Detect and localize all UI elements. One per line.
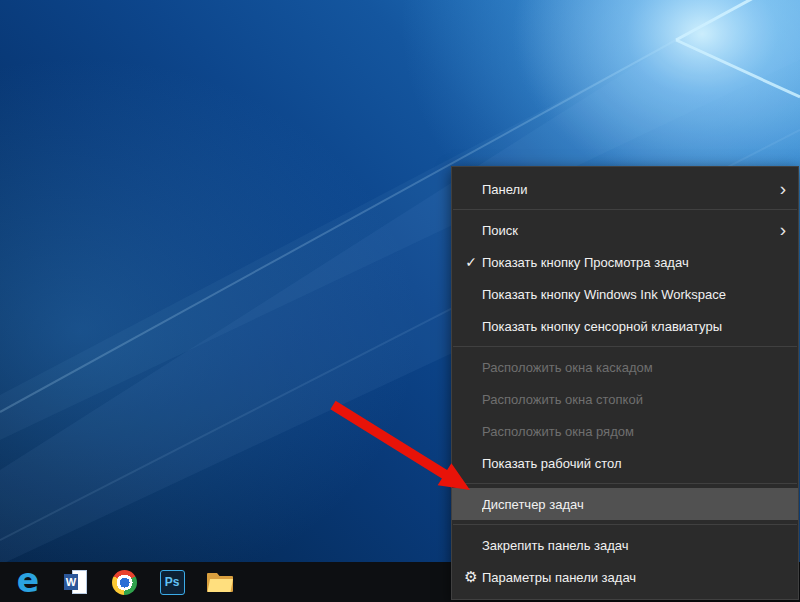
menu-item-show-desktop[interactable]: Показать рабочий стол: [452, 447, 798, 479]
menu-item-cascade-windows: Расположить окна каскадом: [452, 351, 798, 383]
menu-item-label: Расположить окна рядом: [482, 424, 768, 439]
taskbar-context-menu: Панели › Поиск › ✓ Показать кнопку Просм…: [451, 166, 799, 600]
taskbar-word-button[interactable]: W: [52, 562, 100, 602]
menu-item-label: Поиск: [482, 223, 768, 238]
word-icon: W: [63, 569, 89, 595]
menu-item-taskbar-settings[interactable]: ⚙ Параметры панели задач: [452, 561, 798, 593]
photoshop-icon: Ps: [160, 570, 185, 595]
menu-item-label: Показать кнопку сенсорной клавиатуры: [482, 319, 768, 334]
menu-item-label: Параметры панели задач: [482, 570, 768, 585]
menu-item-panels[interactable]: Панели ›: [452, 173, 798, 205]
menu-item-label: Расположить окна стопкой: [482, 392, 768, 407]
svg-text:W: W: [66, 576, 77, 588]
file-explorer-icon: [206, 570, 234, 594]
menu-item-show-task-view[interactable]: ✓ Показать кнопку Просмотра задач: [452, 246, 798, 278]
edge-icon: e: [17, 564, 39, 597]
taskbar-edge-button[interactable]: e: [4, 562, 52, 602]
menu-item-label: Закрепить панель задач: [482, 538, 768, 553]
menu-item-label: Показать рабочий стол: [482, 456, 768, 471]
menu-item-show-touch-keyboard[interactable]: Показать кнопку сенсорной клавиатуры: [452, 310, 798, 342]
menu-item-label: Расположить окна каскадом: [482, 360, 768, 375]
menu-item-label: Панели: [482, 182, 768, 197]
taskbar-chrome-button[interactable]: [100, 562, 148, 602]
taskbar-file-explorer-button[interactable]: [196, 562, 244, 602]
menu-item-lock-taskbar[interactable]: Закрепить панель задач: [452, 529, 798, 561]
submenu-arrow-icon: ›: [780, 179, 786, 198]
menu-item-label: Диспетчер задач: [482, 497, 768, 512]
menu-separator: [453, 209, 797, 210]
menu-item-side-by-side-windows: Расположить окна рядом: [452, 415, 798, 447]
menu-separator: [453, 524, 797, 525]
menu-item-show-ink-workspace[interactable]: Показать кнопку Windows Ink Workspace: [452, 278, 798, 310]
menu-item-search[interactable]: Поиск ›: [452, 214, 798, 246]
menu-item-task-manager[interactable]: Диспетчер задач: [452, 488, 798, 520]
menu-item-label: Показать кнопку Windows Ink Workspace: [482, 287, 768, 302]
menu-item-label: Показать кнопку Просмотра задач: [482, 255, 768, 270]
submenu-arrow-icon: ›: [780, 220, 786, 239]
taskbar-photoshop-button[interactable]: Ps: [148, 562, 196, 602]
checkmark-icon: ✓: [460, 254, 482, 270]
menu-separator: [453, 483, 797, 484]
menu-item-stack-windows: Расположить окна стопкой: [452, 383, 798, 415]
gear-icon: ⚙: [460, 568, 482, 586]
chrome-icon: [112, 570, 137, 595]
menu-separator: [453, 346, 797, 347]
